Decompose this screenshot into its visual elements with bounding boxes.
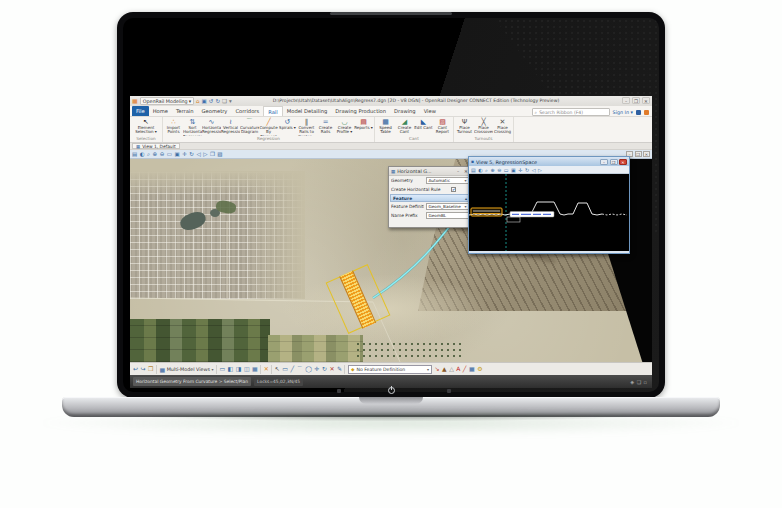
circle-tool-icon[interactable]: ◯ [305, 364, 312, 374]
v5-fit-view-icon[interactable]: ▣ [511, 166, 516, 174]
ribbon-button-sort-horizontal-regression[interactable]: ⇅Sort Horizontal Regression [183, 117, 202, 136]
geometry-select[interactable]: Automatic ▾ [426, 177, 469, 184]
fit-view-icon[interactable]: ▣ [175, 150, 180, 158]
ribbon-button-element-selection[interactable]: ↖Element Selection ▾ [131, 117, 161, 136]
active-view-icon[interactable]: ▦ [469, 364, 475, 374]
v5-pan-icon[interactable]: ✛ [518, 166, 522, 174]
ribbon-search-input[interactable]: ⌕ Search Ribbon (F4) [532, 108, 610, 116]
view-layout-single-icon[interactable]: ▭ [219, 364, 225, 374]
workflow-selector[interactable]: OpenRail Modeling ▾ [140, 97, 194, 105]
modify-tool-icon[interactable]: ✎ [337, 364, 342, 374]
dialog-minimize-button[interactable]: – [455, 169, 461, 174]
rule-checkbox[interactable]: ✔ [451, 187, 456, 192]
tab-view[interactable]: View [420, 106, 440, 116]
tab-home[interactable]: Home [149, 106, 172, 116]
line-tool-icon[interactable]: ╱ [291, 364, 295, 374]
feature-section-header[interactable]: Feature ▴ [390, 194, 470, 202]
tab-terrain[interactable]: Terrain [172, 106, 198, 116]
v5-magnifier-icon[interactable]: ⌕ [485, 166, 488, 174]
tab-drawing-production[interactable]: Drawing Production [331, 106, 390, 116]
ribbon-button-curvature-diagram[interactable]: ⌒Curvature Diagram ▾ [240, 117, 259, 136]
zoom-in-icon[interactable]: ⊕ [153, 150, 158, 158]
multi-model-views-selector[interactable]: ▦ Multi-Model Views ▾ [159, 366, 213, 373]
annotation-icon[interactable]: A [456, 364, 460, 374]
ribbon-button-place-crossing[interactable]: ✕Place Crossing [493, 117, 512, 136]
view-layout-split-icon[interactable]: ◫ [244, 364, 250, 374]
ribbon-button-place-crossover[interactable]: ╳Place Crossover [474, 117, 493, 136]
view5-restore-button[interactable]: ❐ [610, 159, 618, 165]
ribbon-button-create-rails[interactable]: ═Create Rails [316, 117, 335, 136]
zoom-out-icon[interactable]: ⊖ [160, 150, 165, 158]
view-attributes-icon[interactable]: ▤ [132, 150, 137, 158]
ribbon-button-speed-table[interactable]: ▦Speed Table [376, 117, 395, 136]
feature-definition-selector[interactable]: ◆ No Feature Definition ▾ [348, 365, 432, 374]
slope-icon[interactable]: ╱ [463, 364, 467, 374]
settings-icon[interactable]: ⚙ [477, 364, 482, 374]
fence-tool-icon[interactable]: ▭ [282, 364, 288, 374]
pointer-tool-icon[interactable]: ↖ [275, 364, 280, 374]
manage-windows-icon[interactable]: ❐ [148, 364, 153, 374]
redo-icon[interactable]: ↻ [215, 97, 220, 105]
view5-close-button[interactable]: ✕ [619, 159, 627, 165]
terrain-feature-icon[interactable]: ▲ [442, 364, 447, 374]
view-next-icon[interactable]: ▷ [203, 150, 207, 158]
ribbon-button-import-points[interactable]: ∴Import Points [164, 117, 183, 136]
view5-minimize-button[interactable]: – [600, 159, 608, 165]
name-prefix-input[interactable]: GeomBL [426, 212, 469, 219]
magnifier-icon[interactable]: ⌕ [147, 150, 150, 158]
view-layout-left-icon[interactable]: ◧ [228, 364, 234, 374]
v5-rotate-icon[interactable]: ↻ [525, 166, 529, 174]
regression-selection-box[interactable] [471, 208, 502, 216]
v5-zoom-in-icon[interactable]: ⊕ [490, 166, 494, 174]
ribbon-button-reports[interactable]: ▤Reports ▾ [354, 117, 373, 136]
save-icon[interactable]: ▣ [202, 97, 207, 105]
ribbon-button-edit-cant[interactable]: ◣Edit Cant [414, 117, 433, 136]
ribbon-button-place-turnout[interactable]: ΨPlace Turnout [455, 117, 474, 136]
arc-tool-icon[interactable]: ⌒ [297, 364, 303, 374]
more-commands-icon[interactable]: ▾ [229, 97, 232, 105]
close-views-icon[interactable]: ✕ [264, 364, 269, 374]
v5-window-area-icon[interactable]: ▭ [504, 166, 509, 174]
connect-blue-icon[interactable] [636, 110, 641, 115]
back-view-icon[interactable]: ↩ [133, 364, 138, 374]
v5-zoom-out-icon[interactable]: ⊖ [497, 166, 501, 174]
view-layout-right-icon[interactable]: ◨ [236, 364, 242, 374]
rotate-tool-icon[interactable]: ↻ [322, 364, 327, 374]
v5-previous-icon[interactable]: ◁ [532, 166, 536, 174]
undo-icon[interactable]: ↺ [209, 97, 214, 105]
copy-view-icon[interactable]: ❐ [210, 150, 215, 158]
close-button[interactable]: ✕ [642, 97, 650, 104]
v5-view-attributes-icon[interactable]: ▤ [471, 166, 476, 174]
tab-model-detailing[interactable]: Model Detailing [283, 106, 332, 116]
pan-view-icon[interactable]: ✛ [182, 150, 187, 158]
view5-canvas[interactable] [469, 174, 629, 251]
feature-definition-select[interactable]: Geom_Baseline ▾ [426, 203, 469, 210]
ribbon-button-create-cant[interactable]: ◢Create Cant [395, 117, 414, 136]
view1-tab[interactable]: ▦ View 1, Default [132, 143, 180, 149]
ribbon-button-compute-by-element[interactable]: ╱Compute By Element [259, 117, 278, 136]
restore-button[interactable]: ❐ [632, 97, 640, 104]
tab-file[interactable]: File [132, 106, 149, 116]
view1-close-button[interactable]: ✕ [643, 151, 650, 157]
v5-next-icon[interactable]: ▷ [538, 166, 542, 174]
apply-feature-icon[interactable]: ↘ [434, 364, 439, 374]
v5-display-style-icon[interactable]: ◐ [478, 166, 482, 174]
delete-tool-icon[interactable]: ✕ [329, 364, 334, 374]
ribbon-button-create-profile[interactable]: ◡Create Profile ▾ [335, 117, 354, 136]
ribbon-button-spirals[interactable]: ↺Spirals ▾ [278, 117, 297, 136]
tab-rail[interactable]: Rail [263, 106, 283, 116]
forward-view-icon[interactable]: ↪ [141, 364, 146, 374]
ribbon-button-convert-rails-to-center[interactable]: ‖Convert Rails to Center... [297, 117, 316, 136]
minimize-button[interactable]: – [622, 97, 630, 104]
move-tool-icon[interactable]: ✛ [314, 364, 319, 374]
tab-drawing[interactable]: Drawing [390, 106, 420, 116]
ribbon-button-vertical-regression[interactable]: ≀Vertical Regression ▾ [221, 117, 240, 136]
tab-corridors[interactable]: Corridors [231, 106, 263, 116]
home-icon[interactable]: ⌂ [196, 97, 200, 105]
view-previous-icon[interactable]: ◁ [196, 150, 200, 158]
print-icon[interactable]: ❏ [222, 97, 227, 105]
mountain-feature-icon[interactable]: △ [449, 364, 454, 374]
ribbon-button-cant-report[interactable]: ▧Cant Report [433, 117, 452, 136]
view1-restore-button[interactable]: ❐ [635, 151, 642, 157]
tab-geometry[interactable]: Geometry [198, 106, 232, 116]
